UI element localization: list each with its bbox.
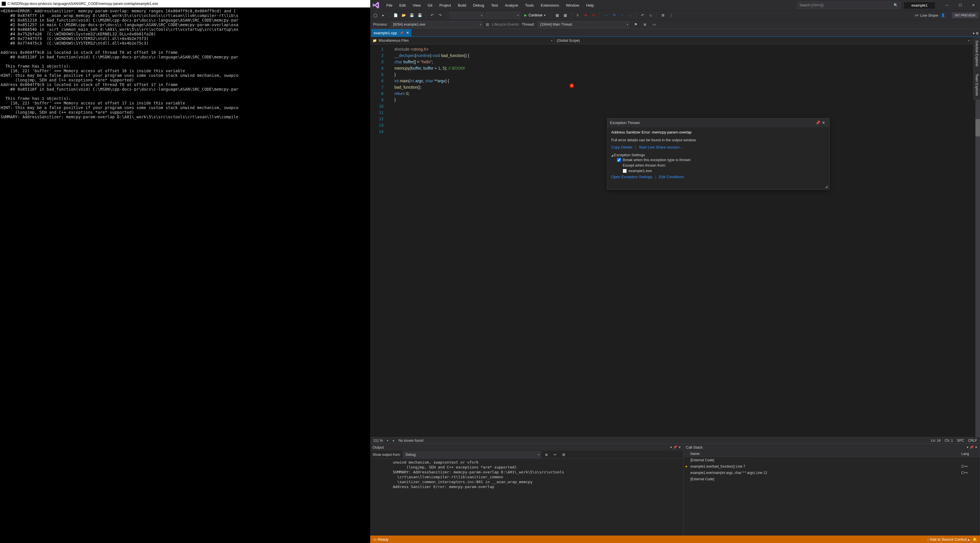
close-button[interactable]: ✕ (967, 1, 980, 10)
menu-view[interactable]: View (410, 2, 423, 9)
notifications-icon[interactable]: 🔔 (972, 537, 977, 541)
save-all-icon[interactable]: 💾 (417, 12, 423, 18)
redo-icon[interactable]: ↷ (437, 12, 443, 18)
output-body[interactable]: unwind mechanism, swapcontext or vfork (… (370, 459, 683, 535)
restart-icon[interactable]: ⟳ (590, 12, 597, 18)
nav-fwd-icon[interactable]: ▸ (380, 12, 387, 18)
vs-titlebar[interactable]: FileEditViewGitProjectBuildDebugTestAnal… (370, 0, 980, 10)
menu-file[interactable]: File (383, 2, 395, 9)
config-dropdown[interactable] (449, 12, 484, 19)
add-source-control[interactable]: ↑ Add to Source Control ▴ (927, 537, 970, 541)
callstack-body[interactable]: [External Code]➜example1.exe!bad_functio… (684, 457, 980, 535)
menu-analyze[interactable]: Analyze (502, 2, 521, 9)
output-source-dropdown[interactable]: Debug (403, 451, 541, 458)
resize-grip-icon[interactable]: ◢ (607, 184, 829, 190)
console-body[interactable]: =8264==ERROR: AddressSanitizer: memcpy-p… (0, 8, 370, 543)
menu-extensions[interactable]: Extensions (538, 2, 562, 9)
solution-tab[interactable]: example1 (904, 2, 935, 9)
tb-icon-1[interactable]: ▦ (554, 12, 560, 18)
team-explorer-tab[interactable]: Team Explorer (973, 70, 980, 100)
cs-dropdown-icon[interactable]: ▾ (967, 445, 969, 449)
zoom-level[interactable]: 111 % (373, 438, 383, 443)
continue-button[interactable]: ▶ Continue ▾ (522, 13, 548, 17)
tb-icon-d[interactable]: ⋮ (668, 12, 674, 18)
menu-tools[interactable]: Tools (522, 2, 537, 9)
menu-git[interactable]: Git (425, 2, 435, 9)
issues-status[interactable]: No issues found (398, 438, 423, 443)
eol-indicator[interactable]: CRLF (968, 438, 977, 443)
nav-project-dropdown[interactable]: 📁 Miscellaneous Files (370, 37, 555, 44)
stack-icon[interactable]: ≣ (642, 21, 648, 28)
copy-details-link[interactable]: Copy Details (611, 145, 633, 149)
menu-help[interactable]: Help (583, 2, 597, 9)
menu-test[interactable]: Test (488, 2, 501, 9)
callstack-row[interactable]: [External Code] (684, 457, 980, 463)
code-area[interactable]: #include <string.h> __declspec(noinline)… (389, 44, 980, 437)
cs-close-icon[interactable]: ✕ (975, 445, 977, 449)
menu-debug[interactable]: Debug (470, 2, 487, 9)
step-over-icon[interactable]: ↷ (611, 12, 617, 18)
callstack-row[interactable]: [External Code] (684, 476, 980, 482)
except-item-checkbox[interactable] (623, 169, 627, 173)
tb-icon-a[interactable]: ↶ (640, 12, 646, 18)
frame-icon[interactable]: ▭ (651, 21, 657, 28)
callstack-row[interactable]: ➜example1.exe!bad_function() Line 7C++ (684, 463, 980, 470)
exception-close-icon[interactable]: ✕ (822, 121, 827, 125)
feedback-icon[interactable]: 👤 (940, 12, 946, 18)
break-checkbox[interactable] (617, 158, 621, 162)
panel-close-icon[interactable]: ✕ (678, 445, 681, 449)
thread-dropdown[interactable]: [33644] Main Thread (538, 21, 630, 28)
menu-project[interactable]: Project (436, 2, 454, 9)
console-titlebar[interactable]: C:\MSDN\cpp-docs-pr\docs\c-language\ASAN… (0, 0, 370, 8)
menu-build[interactable]: Build (455, 2, 469, 9)
new-icon[interactable]: 📄 (392, 12, 399, 18)
editor[interactable]: 1234567891011121314 #include <string.h> … (370, 44, 980, 437)
solution-explorer-tab[interactable]: Solution Explorer (973, 37, 980, 70)
close-tab-icon[interactable]: ✕ (406, 31, 409, 35)
menu-edit[interactable]: Edit (396, 2, 409, 9)
doc-tab-active[interactable]: example1.cpp 📌 ✕ (371, 29, 411, 37)
undo-icon[interactable]: ↶ (429, 12, 435, 18)
pause-icon[interactable]: ⏸ (574, 12, 581, 18)
tab-dropdown-icon[interactable]: ▾ (973, 31, 975, 35)
spaces-indicator[interactable]: SPC (957, 438, 964, 443)
pin-icon[interactable]: 📌 (400, 31, 403, 35)
edit-conditions-link[interactable]: Edit Conditions (659, 175, 684, 179)
nav-back-icon[interactable]: ◯ (372, 12, 378, 18)
exception-settings-header[interactable]: Exception Settings (611, 153, 826, 157)
cs-col-name[interactable]: Name (684, 452, 961, 456)
maximize-button[interactable]: ☐ (953, 1, 967, 10)
tab-gear-icon[interactable]: ⚙ (976, 31, 979, 35)
minimize-button[interactable]: ─ (940, 1, 953, 10)
output-find-icon[interactable]: ⊞ (560, 451, 567, 458)
search-box[interactable]: Search (Ctrl+Q) 🔍 (797, 2, 900, 9)
flag-icon[interactable]: ⚑ (633, 21, 639, 28)
output-clear-icon[interactable]: ≣ (543, 451, 550, 458)
step-icon[interactable]: ↓ (627, 12, 633, 18)
open-icon[interactable]: 📂 (401, 12, 407, 18)
nav-scope-dropdown[interactable]: (Global Scope) (555, 37, 971, 44)
start-liveshare-link[interactable]: Start Live Share session... (639, 145, 682, 149)
tb-icon-2[interactable]: ▦ (562, 12, 568, 18)
lifecycle-label[interactable]: Lifecycle Events (492, 22, 519, 27)
editor-scrollbar[interactable] (975, 44, 980, 437)
callstack-row[interactable]: example1.exe!main(int argc, char * * arg… (684, 470, 980, 476)
panel-pin-icon[interactable]: 📌 (673, 445, 677, 449)
error-glyph-icon[interactable]: ✕ (570, 83, 574, 88)
menu-window[interactable]: Window (563, 2, 582, 9)
tb-icon-c[interactable]: ⊞ (660, 12, 666, 18)
platform-dropdown[interactable] (486, 12, 520, 19)
step-out-icon[interactable]: ↑ (619, 12, 625, 18)
step-into-icon[interactable]: → (603, 12, 609, 18)
cs-col-lang[interactable]: Lang (961, 452, 980, 456)
tb-icon-b[interactable]: ⎌ (648, 12, 654, 18)
output-wrap-icon[interactable]: ↩ (552, 451, 558, 458)
save-icon[interactable]: 💾 (409, 12, 415, 18)
stop-icon[interactable]: ■ (582, 12, 589, 18)
open-exception-settings-link[interactable]: Open Exception Settings (611, 175, 652, 179)
exception-pin-icon[interactable]: 📌 (816, 121, 820, 125)
live-share-button[interactable]: ⮂ Live Share (915, 13, 938, 17)
panel-dropdown-icon[interactable]: ▾ (670, 445, 672, 449)
process-dropdown[interactable]: [8264] example1.exe (391, 21, 483, 28)
cs-pin-icon[interactable]: 📌 (970, 445, 974, 449)
